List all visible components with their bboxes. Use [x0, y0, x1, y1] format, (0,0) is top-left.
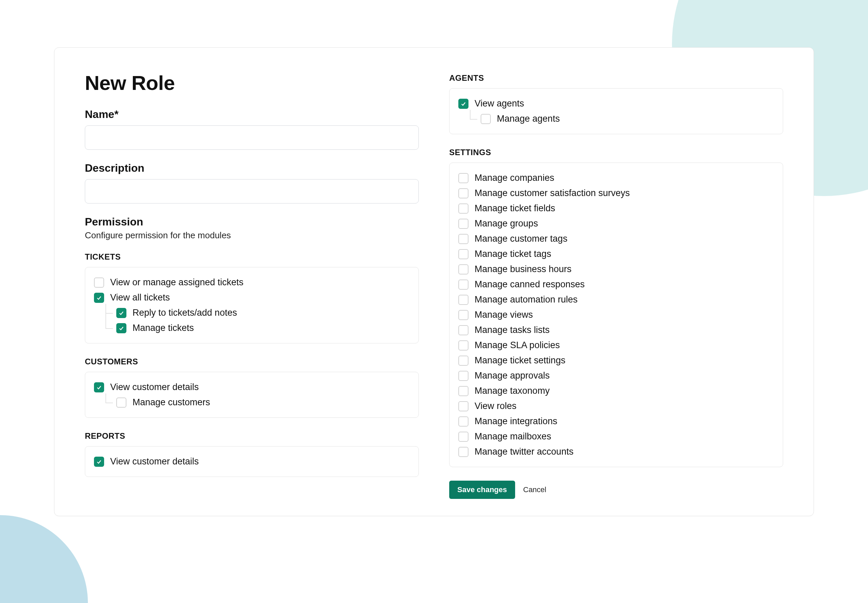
checkbox-unchecked-icon[interactable] — [458, 386, 468, 396]
checkbox-unchecked-icon[interactable] — [458, 249, 468, 259]
permission-row[interactable]: View agents — [458, 96, 774, 111]
checkbox-unchecked-icon[interactable] — [458, 356, 468, 366]
permission-row[interactable]: Manage twitter accounts — [458, 444, 774, 459]
group-heading-reports: REPORTS — [85, 431, 419, 441]
checkbox-unchecked-icon[interactable] — [458, 340, 468, 351]
description-input[interactable] — [85, 179, 419, 204]
checkbox-checked-icon[interactable] — [116, 308, 127, 318]
group-box-customers: View customer detailsManage customers — [85, 372, 419, 418]
nested-permissions: Manage customers — [100, 395, 410, 410]
permission-label: Manage canned responses — [474, 279, 585, 290]
nested-permissions: Reply to tickets/add notesManage tickets — [100, 305, 410, 336]
permission-row[interactable]: Manage integrations — [458, 414, 774, 429]
permission-label: Manage ticket settings — [474, 355, 565, 366]
permission-label: Manage agents — [497, 114, 560, 124]
permission-label: View or manage assigned tickets — [110, 277, 243, 288]
name-label: Name* — [85, 108, 419, 121]
permission-label: Manage business hours — [474, 264, 571, 274]
checkbox-checked-icon[interactable] — [458, 99, 468, 109]
checkbox-unchecked-icon[interactable] — [458, 264, 468, 274]
checkbox-unchecked-icon[interactable] — [458, 325, 468, 335]
permission-row[interactable]: Reply to tickets/add notes — [116, 305, 410, 320]
permission-label: Manage views — [474, 309, 533, 320]
permission-row[interactable]: Manage groups — [458, 216, 774, 231]
permission-row[interactable]: Manage ticket settings — [458, 353, 774, 368]
cancel-button[interactable]: Cancel — [523, 485, 546, 494]
permission-label: Manage ticket tags — [474, 249, 551, 259]
permission-label: View customer details — [110, 382, 199, 393]
permission-label: View all tickets — [110, 292, 170, 303]
checkbox-checked-icon[interactable] — [116, 323, 127, 333]
checkbox-unchecked-icon[interactable] — [94, 277, 104, 288]
name-input[interactable] — [85, 125, 419, 150]
permission-label: Manage ticket fields — [474, 203, 555, 213]
permission-row[interactable]: Manage customer tags — [458, 231, 774, 246]
permission-row[interactable]: Manage approvals — [458, 368, 774, 383]
permission-label: Manage groups — [474, 218, 538, 229]
permission-label: Manage integrations — [474, 416, 558, 427]
permission-row[interactable]: Manage taxonomy — [458, 383, 774, 399]
permission-row[interactable]: Manage customers — [116, 395, 410, 410]
permission-row[interactable]: View or manage assigned tickets — [94, 275, 410, 290]
group-heading-customers: CUSTOMERS — [85, 357, 419, 366]
checkbox-unchecked-icon[interactable] — [458, 401, 468, 411]
group-box-settings: Manage companiesManage customer satisfac… — [449, 162, 783, 467]
checkbox-unchecked-icon[interactable] — [458, 295, 468, 305]
permission-row[interactable]: Manage SLA policies — [458, 338, 774, 353]
checkbox-unchecked-icon[interactable] — [458, 234, 468, 244]
group-heading-tickets: TICKETS — [85, 252, 419, 261]
permission-label: Manage approvals — [474, 371, 550, 381]
group-box-tickets: View or manage assigned ticketsView all … — [85, 267, 419, 343]
permission-label: Manage SLA policies — [474, 340, 560, 351]
permission-label: Manage tickets — [133, 323, 194, 333]
permission-row[interactable]: View all tickets — [94, 290, 410, 305]
permission-row[interactable]: Manage agents — [480, 111, 774, 127]
permission-row[interactable]: Manage automation rules — [458, 292, 774, 307]
checkbox-checked-icon[interactable] — [94, 293, 104, 303]
permission-row[interactable]: Manage canned responses — [458, 277, 774, 292]
permission-row[interactable]: Manage business hours — [458, 261, 774, 277]
form-actions: Save changes Cancel — [449, 481, 783, 499]
checkbox-checked-icon[interactable] — [94, 457, 104, 467]
permission-row[interactable]: Manage mailboxes — [458, 429, 774, 444]
permission-subtitle: Configure permission for the modules — [85, 230, 419, 241]
checkbox-unchecked-icon[interactable] — [458, 371, 468, 381]
checkbox-unchecked-icon[interactable] — [116, 397, 127, 408]
checkbox-unchecked-icon[interactable] — [458, 431, 468, 442]
permission-row[interactable]: Manage tasks lists — [458, 322, 774, 338]
checkbox-checked-icon[interactable] — [94, 382, 104, 393]
checkbox-unchecked-icon[interactable] — [458, 280, 468, 290]
permission-label: Manage companies — [474, 173, 554, 183]
group-heading-agents: AGENTS — [449, 73, 783, 83]
decorative-circle-bottom — [0, 515, 88, 603]
permission-row[interactable]: View customer details — [94, 380, 410, 395]
checkbox-unchecked-icon[interactable] — [480, 114, 491, 124]
group-heading-settings: SETTINGS — [449, 148, 783, 157]
checkbox-unchecked-icon[interactable] — [458, 310, 468, 320]
permission-label: Manage customer tags — [474, 233, 567, 244]
permission-label: View customer details — [110, 456, 199, 467]
save-button[interactable]: Save changes — [449, 481, 515, 499]
permission-row[interactable]: Manage ticket fields — [458, 201, 774, 216]
permission-row[interactable]: Manage customer satisfaction surveys — [458, 186, 774, 201]
permission-title: Permission — [85, 216, 419, 228]
permission-row[interactable]: View roles — [458, 399, 774, 414]
permission-row[interactable]: Manage companies — [458, 170, 774, 186]
permission-label: Manage tasks lists — [474, 325, 550, 335]
permission-label: Manage customer satisfaction surveys — [474, 188, 630, 198]
group-box-agents: View agentsManage agents — [449, 88, 783, 134]
permission-label: Manage customers — [133, 397, 210, 408]
checkbox-unchecked-icon[interactable] — [458, 204, 468, 213]
checkbox-unchecked-icon[interactable] — [458, 188, 468, 198]
checkbox-unchecked-icon[interactable] — [458, 416, 468, 427]
group-box-reports: View customer details — [85, 446, 419, 477]
permission-row[interactable]: Manage tickets — [116, 320, 410, 336]
left-column: New Role Name* Description Permission Co… — [85, 71, 419, 499]
description-label: Description — [85, 162, 419, 175]
checkbox-unchecked-icon[interactable] — [458, 447, 468, 457]
checkbox-unchecked-icon[interactable] — [458, 219, 468, 229]
permission-row[interactable]: Manage views — [458, 307, 774, 322]
checkbox-unchecked-icon[interactable] — [458, 173, 468, 183]
permission-row[interactable]: View customer details — [94, 454, 410, 469]
permission-row[interactable]: Manage ticket tags — [458, 246, 774, 261]
